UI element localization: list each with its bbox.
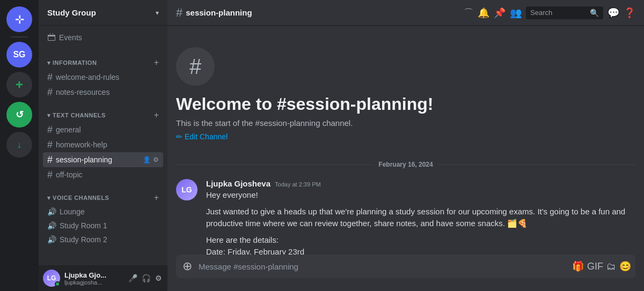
channel-action-icons: 👤 ⚙: [143, 156, 159, 163]
add-channel-text[interactable]: +: [154, 110, 159, 120]
channel-name: Lounge: [60, 207, 85, 216]
notifications-icon[interactable]: 🔔: [478, 7, 489, 19]
emoji-icon[interactable]: 😊: [619, 260, 631, 272]
user-info: Ljupka Gjo... ljupkagjosha...: [64, 271, 123, 286]
edit-channel-button[interactable]: ✏ Edit Channel: [176, 132, 228, 141]
chevron-down-icon: ▾: [156, 9, 159, 17]
channel-name: welcome-and-rules: [56, 73, 119, 81]
message-author: Ljupka Gjosheva: [206, 179, 270, 188]
hash-icon: #: [47, 125, 53, 135]
message-input-bar: ⊕ 🎁 GIF 🗂 😊: [176, 255, 635, 278]
sidebar-section-text-channels: ▾ Text Channels + # general # homework-h…: [39, 102, 167, 184]
input-right-icons: 🎁 GIF 🗂 😊: [572, 260, 631, 272]
search-icon[interactable]: 🔍: [590, 9, 599, 17]
channel-name: Study Room 2: [60, 235, 107, 244]
channel-name: Study Room 1: [60, 221, 107, 230]
channel-item-off-topic[interactable]: # off-topic: [43, 167, 163, 182]
pin-icon[interactable]: 📌: [494, 7, 506, 19]
members-icon[interactable]: 👥: [510, 7, 522, 19]
threads-icon[interactable]: ⌒: [464, 6, 473, 19]
channel-item-homework-help[interactable]: # homework-help: [43, 137, 163, 152]
message-body2-title: Here are the details:: [206, 234, 635, 247]
speaker-icon: 🔊: [47, 235, 56, 244]
inbox-icon[interactable]: 💬: [608, 7, 619, 19]
channel-welcome: # Welcome to #session-planning! This is …: [176, 26, 635, 152]
sticker-icon[interactable]: 🗂: [606, 261, 616, 272]
add-channel-information[interactable]: +: [154, 58, 159, 68]
channel-item-welcome-and-rules[interactable]: # welcome-and-rules: [43, 70, 163, 85]
edit-channel-label: Edit Channel: [185, 132, 228, 141]
hash-icon: #: [47, 170, 53, 180]
server-name: Study Group: [47, 8, 96, 17]
message-input-area: ⊕ 🎁 GIF 🗂 😊: [167, 255, 644, 291]
user-panel: LG Ljupka Gjo... ljupkagjosha... 🎤 🎧 ⚙: [39, 265, 167, 291]
sidebar-section-information: ▾ Information + # welcome-and-rules # no…: [39, 49, 167, 102]
channel-item-general[interactable]: # general: [43, 122, 163, 137]
message-avatar: LG: [176, 179, 197, 200]
mute-icon[interactable]: 🎤: [127, 273, 138, 283]
channel-name-header: # session-planning: [176, 6, 252, 20]
attachment-button[interactable]: ⊕: [180, 259, 194, 273]
settings-icon[interactable]: ⚙: [153, 156, 159, 163]
sidebar-events: Events: [39, 26, 167, 49]
gif-icon[interactable]: GIF: [587, 261, 603, 272]
gift-icon[interactable]: 🎁: [572, 260, 584, 272]
message-body2-date: Date: Friday, February 23rd: [206, 246, 635, 255]
chat-area: # Welcome to #session-planning! This is …: [167, 26, 644, 255]
hash-icon: #: [47, 87, 53, 97]
section-label-text-channels: ▾ Text Channels: [47, 112, 106, 119]
channel-name: general: [56, 125, 81, 134]
rail-divider: [11, 36, 28, 38]
section-label-information: ▾ Information: [47, 59, 97, 66]
section-label-voice-channels: ▾ Voice Channels: [47, 195, 109, 202]
search-bar[interactable]: Search 🔍: [526, 6, 603, 19]
channel-item-study-room-1[interactable]: 🔊 Study Room 1: [43, 219, 163, 233]
channel-item-study-room-2[interactable]: 🔊 Study Room 2: [43, 233, 163, 247]
message-input[interactable]: [199, 257, 568, 277]
welcome-description: This is the start of the #session-planni…: [176, 118, 635, 128]
topbar-right-icons: ⌒ 🔔 📌 👥 Search 🔍 💬 ❓: [464, 6, 635, 19]
hash-icon: #: [47, 155, 53, 165]
welcome-title: Welcome to #session-planning!: [176, 94, 635, 114]
section-header-text-channels[interactable]: ▾ Text Channels +: [43, 110, 163, 122]
username: Ljupka Gjo...: [64, 271, 123, 279]
channel-name: off-topic: [56, 170, 83, 179]
server-icon-green[interactable]: ↺: [6, 102, 32, 128]
section-header-information[interactable]: ▾ Information +: [43, 58, 163, 70]
status-dot: [55, 281, 60, 287]
user-tag: ljupkagjosha...: [64, 279, 123, 286]
server-icon-download[interactable]: ↓: [6, 132, 32, 158]
server-rail: ⊹ SG + ↺ ↓: [0, 0, 39, 291]
sidebar-item-events[interactable]: Events: [43, 30, 163, 45]
message-greeting: Hey everyone!: [206, 189, 635, 202]
pencil-icon: ✏: [176, 132, 182, 141]
discord-home-icon[interactable]: ⊹: [6, 6, 32, 32]
hash-icon: #: [47, 140, 53, 150]
user-avatar-wrapper: LG: [43, 270, 60, 287]
date-divider: February 16, 2024: [176, 161, 635, 168]
channel-item-session-planning[interactable]: # session-planning 👤 ⚙: [43, 152, 163, 167]
add-server-button[interactable]: +: [6, 72, 32, 98]
message-item: LG Ljupka Gjosheva Today at 2:39 PM Hey …: [176, 177, 635, 255]
main-area: # session-planning ⌒ 🔔 📌 👥 Search 🔍 💬 ❓ …: [167, 0, 644, 291]
message-body1: Just wanted to give a heads up that we'r…: [206, 206, 635, 230]
add-member-icon[interactable]: 👤: [143, 156, 151, 163]
server-icon-sg[interactable]: SG: [6, 42, 32, 68]
help-icon[interactable]: ❓: [624, 7, 635, 19]
message-timestamp: Today at 2:39 PM: [275, 181, 321, 188]
speaker-icon: 🔊: [47, 221, 56, 230]
channel-item-notes-resources[interactable]: # notes-resources: [43, 85, 163, 100]
calendar-icon: [47, 33, 56, 42]
section-header-voice-channels[interactable]: ▾ Voice Channels +: [43, 193, 163, 205]
sidebar-section-voice-channels: ▾ Voice Channels + 🔊 Lounge 🔊 Study Room…: [39, 184, 167, 249]
channel-name: session-planning: [56, 155, 112, 164]
deafen-icon[interactable]: 🎧: [141, 273, 152, 283]
speaker-icon: 🔊: [47, 207, 56, 216]
sidebar: Study Group ▾ Events ▾ Information + # w…: [39, 0, 167, 291]
channel-item-lounge[interactable]: 🔊 Lounge: [43, 205, 163, 219]
avatar-initials: LG: [47, 274, 56, 282]
user-settings-icon[interactable]: ⚙: [154, 273, 163, 283]
events-label: Events: [59, 33, 82, 42]
add-channel-voice[interactable]: +: [154, 193, 159, 203]
server-header[interactable]: Study Group ▾: [39, 0, 167, 26]
